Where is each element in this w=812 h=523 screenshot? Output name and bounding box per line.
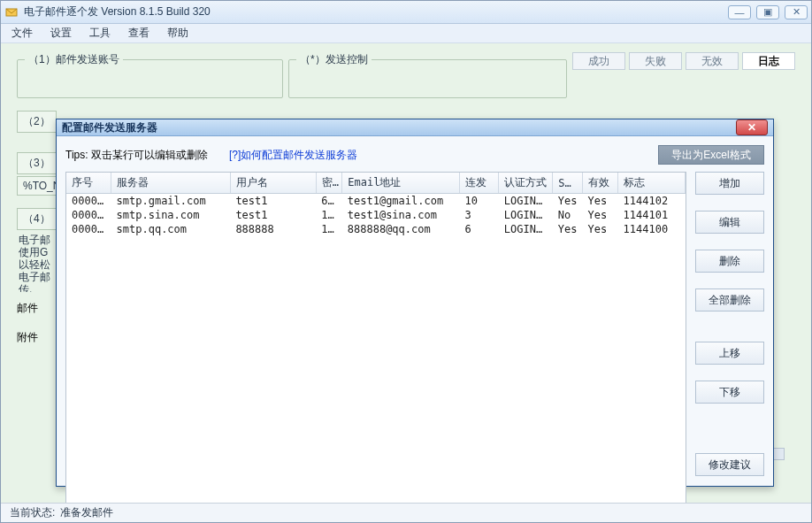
table-row[interactable]: 000003smtp.qq.com8888881...888888@qq.com… bbox=[66, 222, 686, 236]
delete-all-button[interactable]: 全部删除 bbox=[695, 288, 764, 311]
cell-email: test1@gmail.com bbox=[342, 194, 460, 209]
col-ssl[interactable]: SSL bbox=[553, 173, 583, 194]
col-user[interactable]: 用户名 bbox=[230, 173, 316, 194]
table-row[interactable]: 000002smtp.sina.comtest11...test1@sina.c… bbox=[66, 208, 686, 222]
tab-log[interactable]: 日志 bbox=[742, 52, 795, 70]
client-area: （1）邮件发送账号 （*）发送控制 成功 失败 无效 日志 （2） （3） %T… bbox=[1, 43, 811, 503]
cell-user: test1 bbox=[230, 194, 316, 209]
dialog-close-icon[interactable]: ✕ bbox=[736, 119, 768, 135]
cell-seq: 000002 bbox=[66, 208, 111, 222]
tab-success[interactable]: 成功 bbox=[572, 52, 625, 70]
menu-tools[interactable]: 工具 bbox=[84, 24, 116, 42]
close-window-button[interactable]: ✕ bbox=[785, 5, 808, 19]
cell-auth: LOGIN... bbox=[499, 222, 553, 236]
cell-valid: Yes bbox=[583, 194, 618, 209]
cell-flag: 1144102 bbox=[618, 194, 686, 209]
statusbar: 当前状态: 准备发邮件 bbox=[1, 503, 811, 522]
app-icon bbox=[4, 5, 19, 19]
col-conn[interactable]: 连发 bbox=[460, 173, 499, 194]
cell-ssl: Yes bbox=[553, 194, 583, 209]
cell-ssl: Yes bbox=[553, 222, 583, 236]
cell-user: test1 bbox=[230, 208, 316, 222]
col-auth[interactable]: 认证方式 bbox=[499, 173, 553, 194]
grid-header-row[interactable]: 序号 服务器 用户名 密… Email地址 连发 认证方式 SSL 有效 bbox=[66, 173, 686, 194]
cell-server: smtp.sina.com bbox=[111, 208, 231, 222]
server-grid[interactable]: 序号 服务器 用户名 密… Email地址 连发 认证方式 SSL 有效 bbox=[66, 173, 686, 236]
cell-pwd: 1... bbox=[316, 222, 341, 236]
group-send-control-legend: （*）发送控制 bbox=[296, 52, 372, 67]
group-send-control: （*）发送控制 bbox=[288, 52, 567, 98]
section-2-label: （2） bbox=[17, 111, 57, 133]
col-flag[interactable]: 标志 bbox=[618, 173, 686, 194]
cell-ssl: No bbox=[553, 208, 583, 222]
cell-auth: LOGIN... bbox=[499, 194, 553, 209]
cell-email: 888888@qq.com bbox=[342, 222, 460, 236]
cell-email: test1@sina.com bbox=[342, 208, 460, 222]
suggest-button[interactable]: 修改建议 bbox=[695, 453, 764, 476]
cell-pwd: 1... bbox=[316, 208, 341, 222]
move-down-button[interactable]: 下移 bbox=[695, 381, 764, 404]
delete-button[interactable]: 删除 bbox=[695, 250, 764, 273]
group-send-account-legend: （1）邮件发送账号 bbox=[25, 52, 123, 67]
cell-auth: LOGIN... bbox=[499, 208, 553, 222]
add-button[interactable]: 增加 bbox=[695, 172, 764, 195]
cell-valid: Yes bbox=[583, 222, 618, 236]
col-pwd[interactable]: 密… bbox=[316, 173, 341, 194]
tips-text: 双击某行可以编辑或删除 bbox=[91, 149, 208, 161]
menu-settings[interactable]: 设置 bbox=[45, 24, 77, 42]
cell-seq: 000001 bbox=[66, 194, 111, 209]
server-table: 序号 服务器 用户名 密… Email地址 连发 认证方式 SSL 有效 bbox=[65, 172, 686, 503]
col-email[interactable]: Email地址 bbox=[342, 173, 460, 194]
cell-flag: 1144100 bbox=[618, 222, 686, 236]
col-seq[interactable]: 序号 bbox=[66, 173, 111, 194]
dialog-body: Tips: 双击某行可以编辑或删除 [?]如何配置邮件发送服务器 导出为Exce… bbox=[57, 136, 773, 503]
status-value: 准备发邮件 bbox=[60, 505, 113, 520]
result-tabs: 成功 失败 无效 日志 bbox=[572, 52, 795, 70]
export-excel-button[interactable]: 导出为Excel格式 bbox=[658, 145, 764, 165]
cell-pwd: 6... bbox=[316, 194, 341, 209]
section-4-label: （4） bbox=[17, 208, 57, 230]
dialog-titlebar[interactable]: 配置邮件发送服务器 ✕ bbox=[57, 119, 773, 136]
window-title-buttons: — ▣ ✕ bbox=[728, 5, 808, 19]
cell-seq: 000003 bbox=[66, 222, 111, 236]
dialog-side-buttons: 增加 编辑 删除 全部删除 上移 下移 修改建议 bbox=[695, 172, 764, 503]
cell-conn: 6 bbox=[460, 222, 499, 236]
table-row[interactable]: 000001smtp.gmail.comtest16...test1@gmail… bbox=[66, 194, 686, 209]
status-label: 当前状态: bbox=[10, 505, 55, 520]
cell-server: smtp.qq.com bbox=[111, 222, 231, 236]
cell-flag: 1144101 bbox=[618, 208, 686, 222]
outer-window: 电子邮件逐个发 Version 8.1.5 Build 320 — ▣ ✕ 文件… bbox=[0, 0, 812, 523]
smtp-config-dialog: 配置邮件发送服务器 ✕ Tips: 双击某行可以编辑或删除 [?]如何配置邮件发… bbox=[56, 119, 774, 487]
tab-fail[interactable]: 失败 bbox=[629, 52, 682, 70]
window-title: 电子邮件逐个发 Version 8.1.5 Build 320 bbox=[24, 4, 728, 19]
tips-prefix: Tips: bbox=[65, 149, 88, 161]
cell-valid: Yes bbox=[583, 208, 618, 222]
cell-user: 888888 bbox=[230, 222, 316, 236]
group-send-account: （1）邮件发送账号 bbox=[17, 52, 283, 98]
tips-label: Tips: 双击某行可以编辑或删除 bbox=[65, 148, 208, 163]
move-up-button[interactable]: 上移 bbox=[695, 342, 764, 365]
edit-button[interactable]: 编辑 bbox=[695, 211, 764, 234]
col-valid[interactable]: 有效 bbox=[583, 173, 618, 194]
maximize-button[interactable]: ▣ bbox=[756, 5, 779, 19]
help-link[interactable]: [?]如何配置邮件发送服务器 bbox=[229, 148, 357, 163]
minimize-button[interactable]: — bbox=[728, 5, 751, 19]
dialog-title: 配置邮件发送服务器 bbox=[62, 120, 736, 135]
menu-help[interactable]: 帮助 bbox=[162, 24, 194, 42]
menu-view[interactable]: 查看 bbox=[123, 24, 155, 42]
cell-server: smtp.gmail.com bbox=[111, 194, 231, 209]
section-3-label: （3） bbox=[17, 152, 57, 174]
menu-file[interactable]: 文件 bbox=[6, 24, 38, 42]
cell-conn: 10 bbox=[460, 194, 499, 209]
dialog-top-row: Tips: 双击某行可以编辑或删除 [?]如何配置邮件发送服务器 导出为Exce… bbox=[65, 145, 764, 165]
col-server[interactable]: 服务器 bbox=[111, 173, 231, 194]
cell-conn: 3 bbox=[460, 208, 499, 222]
outer-titlebar[interactable]: 电子邮件逐个发 Version 8.1.5 Build 320 — ▣ ✕ bbox=[1, 1, 811, 24]
tab-invalid[interactable]: 无效 bbox=[686, 52, 739, 70]
menubar: 文件 设置 工具 查看 帮助 bbox=[1, 24, 811, 43]
